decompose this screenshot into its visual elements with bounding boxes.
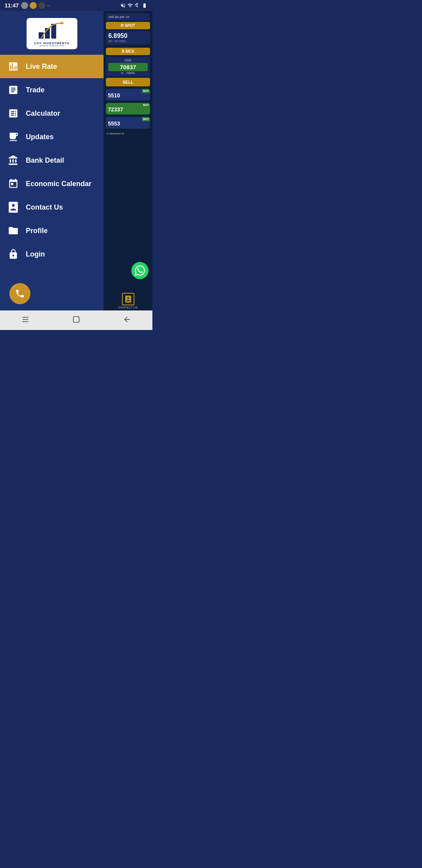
bank-detail-label: Bank Detail (26, 156, 64, 165)
newspaper-icon (7, 131, 20, 143)
sell-badge: SELL (106, 78, 150, 86)
contact-us-label: Contact Us (26, 203, 63, 212)
lock-icon (7, 248, 20, 260)
wifi-icon (127, 3, 133, 8)
login-label: Login (26, 250, 45, 258)
folder-icon (7, 224, 20, 237)
main-layout: CSV INVESTMENTS INFINITE POSSIBILITIES L… (0, 11, 152, 310)
phone-fab[interactable] (9, 283, 30, 304)
right-content: ved as per co R SPOT 6.8950 00 / 76.7000… (104, 11, 152, 139)
economic-calendar-label: Economic Calendar (26, 180, 91, 188)
mcx-badge: R MCX (106, 48, 150, 55)
bottom-nav (0, 310, 152, 330)
logo-brand-name: CSV INVESTMENTS (34, 41, 70, 45)
buy-block-1: BUY 5510 (106, 89, 150, 100)
android-back-icon (123, 315, 131, 324)
svg-rect-6 (23, 321, 29, 322)
bottom-banner: e deemed fo (106, 130, 150, 137)
logo-box: CSV INVESTMENTS INFINITE POSSIBILITIES (27, 18, 77, 49)
price-big: 6.8950 (108, 32, 148, 39)
buy-corner-2: BUY (142, 103, 150, 107)
nav-item-bank-detail[interactable]: Bank Detail (0, 149, 104, 172)
nav-item-economic-calendar[interactable]: Economic Calendar (0, 172, 104, 195)
buy-block-3: BUY 5553 (106, 117, 150, 129)
buy-corner-1: BUY (142, 89, 150, 93)
nav-items: Live Rate Trade Calculator (0, 55, 104, 277)
ask-label: ASK (108, 58, 148, 62)
status-bar: 11:47 ··· (0, 0, 152, 11)
ask-value: 70837 (108, 63, 148, 71)
price-sub: 00 / 76.7000 (108, 39, 148, 43)
trade-icon (7, 84, 20, 96)
svg-rect-4 (23, 317, 29, 317)
logo-svg-wrap (30, 20, 74, 41)
calendar-chart-icon (7, 178, 20, 190)
nav-back-button[interactable] (123, 315, 131, 326)
calculator-icon (7, 107, 20, 120)
nav-home-button[interactable] (72, 315, 80, 326)
contact-us-card-icon (122, 293, 134, 305)
mute-icon (120, 3, 126, 8)
svg-rect-5 (23, 319, 29, 320)
buy-price-1: 5510 (108, 92, 148, 99)
nav-item-contact-us[interactable]: Contact Us (0, 195, 104, 219)
app-icon-3 (38, 2, 45, 9)
contact-us-bottom-label: CONTACT US (118, 306, 138, 309)
nav-item-calculator[interactable]: Calculator (0, 102, 104, 125)
chart-bar-icon (7, 60, 20, 73)
contact-us-bottom[interactable]: CONTACT US (104, 291, 152, 310)
signal-icon (134, 3, 140, 8)
ask-block: ASK 70837 H - 70864 (106, 57, 150, 76)
phone-icon (15, 289, 25, 299)
nav-item-live-rate[interactable]: Live Rate (0, 55, 104, 78)
app-icon-1 (21, 2, 28, 9)
nav-menu-button[interactable] (21, 315, 30, 326)
buy-price-3: 5553 (108, 120, 148, 127)
sidebar: CSV INVESTMENTS INFINITE POSSIBILITIES L… (0, 11, 104, 310)
nav-item-trade[interactable]: Trade (0, 78, 104, 102)
top-banner: ved as per co (106, 13, 150, 20)
buy-block-2: BUY 72337 (106, 103, 150, 115)
price-block: 6.8950 00 / 76.7000 (106, 31, 150, 45)
profile-label: Profile (26, 227, 48, 235)
svg-rect-7 (73, 316, 79, 322)
app-icon-2 (30, 2, 37, 9)
logo-container: CSV INVESTMENTS INFINITE POSSIBILITIES (0, 11, 104, 55)
status-apps: ··· (21, 2, 50, 9)
nav-item-profile[interactable]: Profile (0, 219, 104, 242)
android-menu-icon (21, 315, 30, 324)
battery-icon (141, 3, 148, 8)
bank-icon (7, 154, 20, 167)
android-home-icon (72, 315, 80, 324)
whatsapp-icon (135, 265, 145, 276)
updates-label: Updates (26, 133, 54, 141)
status-time: 11:47 (5, 2, 19, 9)
trade-label: Trade (26, 86, 45, 94)
calculator-label: Calculator (26, 109, 60, 118)
ask-high: H - 70864 (108, 71, 148, 75)
nav-item-login[interactable]: Login (0, 242, 104, 266)
status-icons (120, 3, 148, 8)
live-rate-label: Live Rate (26, 63, 57, 71)
more-apps-icon: ··· (47, 3, 50, 8)
logo-svg (34, 20, 70, 41)
contact-card-bottom-icon (125, 296, 132, 303)
buy-price-2: 72337 (108, 106, 148, 113)
right-panel: ved as per co R SPOT 6.8950 00 / 76.7000… (104, 11, 152, 310)
logo-tagline: INFINITE POSSIBILITIES (39, 45, 64, 47)
nav-item-updates[interactable]: Updates (0, 125, 104, 149)
contact-card-icon (7, 201, 20, 213)
spot-badge: R SPOT (106, 22, 150, 29)
whatsapp-fab[interactable] (131, 262, 148, 279)
buy-corner-3: BUY (142, 117, 150, 121)
